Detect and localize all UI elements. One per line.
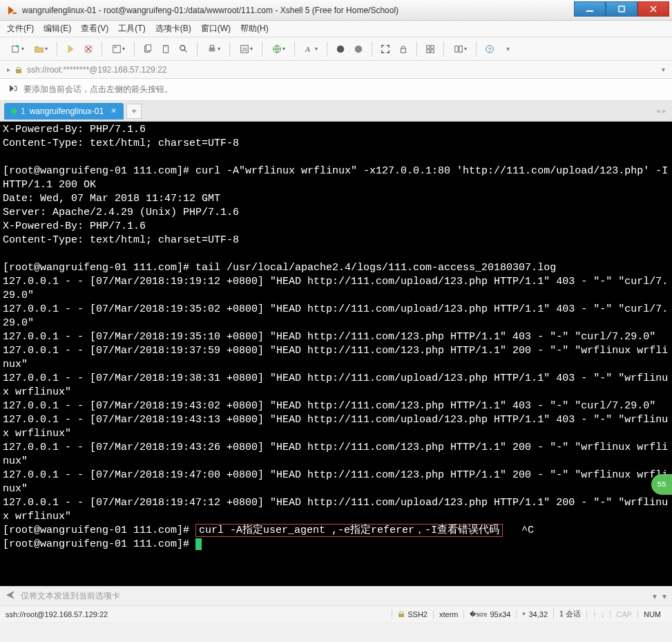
color1-button[interactable] <box>333 41 348 57</box>
terminal-ctrlc: ^C <box>503 525 534 536</box>
svg-rect-29 <box>16 69 21 73</box>
lock-button[interactable] <box>396 41 411 57</box>
tab-close-icon[interactable]: ✕ <box>111 106 117 115</box>
status-cap: CAP <box>610 610 637 619</box>
new-session-button[interactable]: ▾ <box>7 41 28 57</box>
script-button[interactable]: JS▾ <box>236 41 256 57</box>
svg-point-18 <box>337 45 345 53</box>
address-bar: ▸ ssh://root:********@192.168.57.129:22 … <box>0 61 672 79</box>
info-bar: 要添加当前会话，点击左侧的箭头按钮。 <box>0 79 672 101</box>
session-tab[interactable]: 1 wangruifenglinux-01 ✕ <box>4 103 124 120</box>
svg-rect-2 <box>619 6 624 12</box>
open-button[interactable]: ▾ <box>30 41 51 57</box>
terminal-prompt: [root@wangruifeng-01 111.com]# <box>3 525 195 536</box>
help-button[interactable]: ? <box>482 41 497 57</box>
status-updown-icon[interactable]: ↑ ↓ <box>586 610 610 619</box>
layout-button[interactable]: ▾ <box>450 41 470 57</box>
send-icon[interactable] <box>6 590 15 602</box>
window-title: wangruifenglinux-01 - root@wangruifeng-0… <box>22 6 574 15</box>
cursor-icon <box>195 538 202 550</box>
color2-button[interactable] <box>351 41 366 57</box>
svg-rect-10 <box>164 44 167 46</box>
close-button[interactable] <box>637 1 669 17</box>
menu-help[interactable]: 帮助(H) <box>240 23 269 35</box>
svg-rect-21 <box>427 45 430 48</box>
copy-button[interactable] <box>140 41 155 57</box>
window-controls <box>574 4 669 17</box>
addr-arrow-icon[interactable]: ▸ <box>7 66 10 73</box>
terminal-text: X-Powered-By: PHP/7.1.6 Content-Type: te… <box>3 124 668 522</box>
status-dot-icon <box>11 108 17 114</box>
menu-tabs[interactable]: 选项卡(B) <box>155 23 191 35</box>
paste-button[interactable] <box>158 41 173 57</box>
status-size: �size 95x34 <box>463 610 516 619</box>
svg-point-11 <box>180 45 185 50</box>
maximize-button[interactable] <box>606 1 637 17</box>
address-text[interactable]: ssh://root:********@192.168.57.129:22 <box>27 65 657 75</box>
send-bar: 仅将文本发送到当前选项卡 ▾ ▾ <box>0 586 672 605</box>
add-session-arrow-icon[interactable] <box>8 84 18 95</box>
svg-rect-24 <box>431 49 434 52</box>
sessions-button[interactable] <box>423 41 438 57</box>
floating-badge[interactable]: 55 <box>651 474 672 495</box>
svg-rect-1 <box>586 10 593 12</box>
status-bar: ssh://root@192.168.57.129:22 SSH2 xterm … <box>0 605 672 622</box>
svg-rect-23 <box>427 49 430 52</box>
menu-bar: 文件(F) 编辑(E) 查看(V) 工具(T) 选项卡(B) 窗口(W) 帮助(… <box>0 21 672 37</box>
fullscreen-button[interactable] <box>378 41 393 57</box>
status-term: xterm <box>433 610 464 619</box>
tab-nav[interactable]: ◂ ▸ <box>656 106 666 115</box>
svg-rect-0 <box>12 12 17 14</box>
disconnect-button[interactable] <box>81 41 96 57</box>
toolbar-overflow-button[interactable]: ▾ <box>500 41 515 57</box>
svg-rect-30 <box>399 614 404 617</box>
status-num: NUM <box>637 610 666 619</box>
svg-rect-20 <box>401 48 406 53</box>
info-text: 要添加当前会话，点击左侧的箭头按钮。 <box>23 84 173 95</box>
tab-bar: 1 wangruifenglinux-01 ✕ + ◂ ▸ <box>0 101 672 122</box>
status-protocol: SSH2 <box>392 610 433 619</box>
svg-rect-22 <box>431 45 434 48</box>
font-button[interactable]: A▾ <box>300 41 321 57</box>
lock-icon <box>15 66 23 74</box>
svg-rect-26 <box>459 46 461 52</box>
status-connection: ssh://root@192.168.57.129:22 <box>6 610 392 619</box>
send-overflow-icon[interactable]: ▾ <box>662 592 666 601</box>
print-button[interactable]: ▾ <box>203 41 224 57</box>
find-button[interactable] <box>176 41 191 57</box>
menu-window[interactable]: 窗口(W) <box>201 23 231 35</box>
menu-tools[interactable]: 工具(T) <box>118 23 145 35</box>
svg-text:?: ? <box>488 46 491 53</box>
svg-rect-13 <box>210 45 213 48</box>
terminal-output[interactable]: X-Powered-By: PHP/7.1.6 Content-Type: te… <box>0 122 672 586</box>
svg-text:A: A <box>305 45 310 53</box>
menu-view[interactable]: 查看(V) <box>81 23 108 35</box>
terminal-highlight: curl -A指定user_agent ,-e指定referer，-I查看错误代… <box>195 524 503 537</box>
svg-rect-6 <box>114 46 117 48</box>
minimize-button[interactable] <box>574 1 606 17</box>
reconnect-button[interactable] <box>63 41 78 57</box>
globe-button[interactable]: ▾ <box>268 41 289 57</box>
status-pos: ⌖ 34,32 <box>516 610 553 619</box>
app-icon <box>7 5 18 16</box>
send-input[interactable]: 仅将文本发送到当前选项卡 <box>21 590 647 602</box>
svg-rect-5 <box>113 45 120 53</box>
status-sessions: 1 会话 <box>553 609 586 619</box>
svg-rect-25 <box>454 46 457 52</box>
svg-rect-12 <box>209 48 215 51</box>
tab-label: wangruifenglinux-01 <box>30 106 104 116</box>
svg-point-19 <box>355 45 363 53</box>
menu-edit[interactable]: 编辑(E) <box>44 23 71 35</box>
svg-rect-8 <box>146 44 151 50</box>
properties-button[interactable]: ▾ <box>108 41 128 57</box>
terminal-prompt: [root@wangruifeng-01 111.com]# <box>3 538 195 550</box>
menu-file[interactable]: 文件(F) <box>7 23 34 35</box>
window-titlebar: wangruifenglinux-01 - root@wangruifeng-0… <box>0 0 672 21</box>
tab-number: 1 <box>21 106 26 116</box>
svg-text:JS: JS <box>241 46 247 51</box>
toolbar: ▾ ▾ ▾ ▾ JS▾ ▾ A▾ ▾ ? ▾ <box>0 37 672 61</box>
addr-overflow-icon[interactable]: ▾ <box>662 66 665 73</box>
add-tab-button[interactable]: + <box>126 104 142 119</box>
send-dropdown-icon[interactable]: ▾ <box>653 592 657 601</box>
